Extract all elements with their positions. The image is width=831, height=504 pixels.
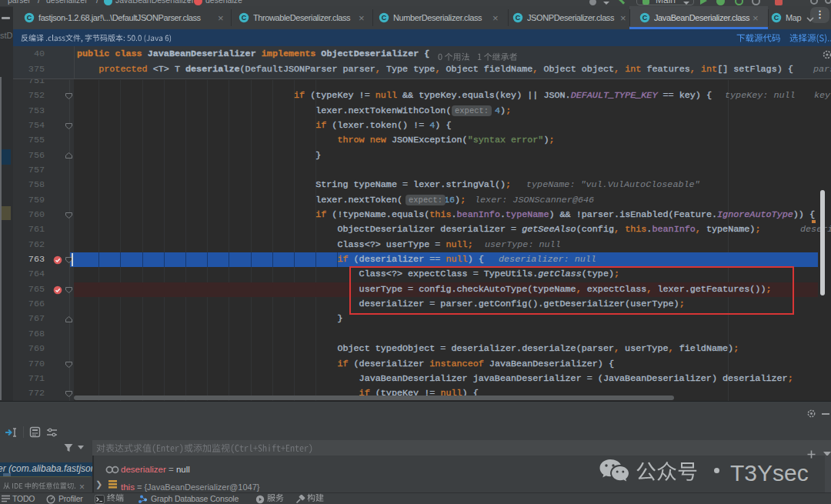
svg-text:C: C <box>516 13 521 21</box>
svg-text:C: C <box>382 13 387 21</box>
svg-text:C: C <box>27 13 32 21</box>
svg-text:C: C <box>642 13 648 21</box>
svg-text:C: C <box>242 13 247 21</box>
svg-text:C: C <box>774 13 779 21</box>
